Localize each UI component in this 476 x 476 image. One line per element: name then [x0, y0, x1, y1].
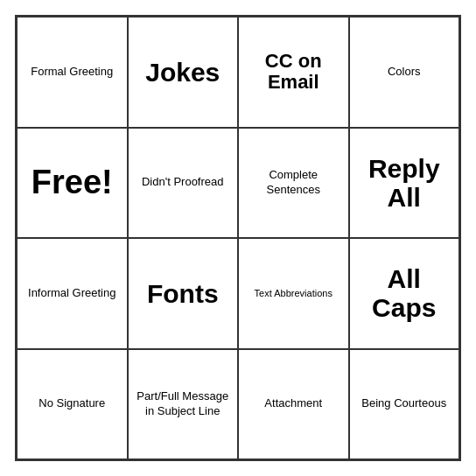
cell-r0c0: Formal Greeting — [17, 17, 128, 128]
bingo-board: Formal Greeting Jokes CC on Email Colors… — [15, 15, 461, 461]
cell-label-r0c2: CC on Email — [244, 51, 343, 93]
cell-label-r0c3: Colors — [388, 65, 421, 80]
cell-r1c1: Didn't Proofread — [128, 128, 239, 239]
cell-label-r1c3: Reply All — [355, 154, 454, 212]
cell-r3c2: Attachment — [238, 349, 349, 460]
cell-label-r2c1: Fonts — [147, 279, 219, 308]
cell-label-r2c0: Informal Greeting — [28, 286, 116, 301]
cell-label-r1c0: Free! — [32, 164, 113, 201]
cell-r2c3: All Caps — [349, 238, 460, 349]
cell-label-r1c1: Didn't Proofread — [142, 175, 224, 190]
cell-r2c2: Text Abbreviations — [238, 238, 349, 349]
cell-label-r3c0: No Signature — [38, 396, 105, 411]
cell-r1c0: Free! — [17, 128, 128, 239]
cell-r3c3: Being Courteous — [349, 349, 460, 460]
cell-r0c3: Colors — [349, 17, 460, 128]
cell-label-r3c3: Being Courteous — [361, 396, 446, 411]
cell-label-r3c1: Part/Full Message in Subject Line — [134, 389, 233, 419]
cell-label-r2c2: Text Abbreviations — [255, 287, 332, 299]
cell-label-r0c0: Formal Greeting — [31, 65, 113, 80]
cell-r3c0: No Signature — [17, 349, 128, 460]
cell-r2c1: Fonts — [128, 238, 239, 349]
cell-label-r3c2: Attachment — [264, 396, 322, 411]
cell-r1c2: Complete Sentences — [238, 128, 349, 239]
cell-r0c2: CC on Email — [238, 17, 349, 128]
cell-r3c1: Part/Full Message in Subject Line — [128, 349, 239, 460]
cell-label-r1c2: Complete Sentences — [244, 168, 343, 198]
cell-r2c0: Informal Greeting — [17, 238, 128, 349]
cell-label-r2c3: All Caps — [355, 264, 454, 322]
cell-label-r0c1: Jokes — [145, 58, 220, 87]
cell-r1c3: Reply All — [349, 128, 460, 239]
cell-r0c1: Jokes — [128, 17, 239, 128]
